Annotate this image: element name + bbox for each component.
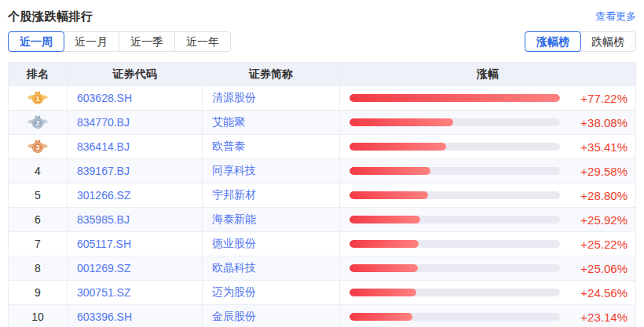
rank-number: 8: [35, 262, 41, 274]
rank-number: 6: [35, 213, 41, 226]
change-bar-fill: [349, 264, 418, 272]
table-row[interactable]: 3836414.BJ欧普泰+35.41%: [9, 135, 635, 159]
change-bar-fill: [349, 167, 430, 175]
change-value: +35.41%: [571, 140, 628, 154]
name-cell: 同享科技: [203, 159, 340, 183]
rank-cell: 7: [9, 232, 68, 256]
table-row[interactable]: 7605117.SH德业股份+25.22%: [9, 232, 635, 256]
tab-month[interactable]: 近一月: [64, 32, 119, 51]
period-tab-group: 近一周近一月近一季近一年: [8, 31, 231, 52]
svg-text:1: 1: [35, 95, 39, 103]
stock-name[interactable]: 海泰新能: [212, 213, 256, 227]
stock-code[interactable]: 300751.SZ: [77, 286, 131, 299]
rank-number: 9: [35, 286, 41, 299]
change-bar-track: [349, 191, 560, 199]
stock-code[interactable]: 839167.BJ: [77, 165, 130, 177]
change-bar-fill: [349, 191, 428, 199]
change-bar-track: [349, 118, 560, 126]
change-value: +38.08%: [571, 116, 628, 129]
table-row[interactable]: 4839167.BJ同享科技+29.58%: [9, 159, 635, 183]
rank-cell: 8: [9, 256, 68, 280]
rank-cell: 5: [9, 183, 68, 207]
tab-year[interactable]: 近一年: [174, 32, 230, 51]
change-cell: +25.92%: [340, 208, 635, 231]
stock-code[interactable]: 836414.BJ: [77, 140, 130, 153]
table-body: 1603628.SH清源股份+77.22%2834770.BJ艾能聚+38.08…: [9, 86, 635, 327]
change-bar-track: [349, 94, 560, 102]
change-bar-fill: [349, 240, 419, 248]
code-cell: 839167.BJ: [68, 159, 203, 183]
table-row[interactable]: 1603628.SH清源股份+77.22%: [9, 86, 635, 111]
change-value: +23.14%: [571, 311, 628, 324]
change-cell: +24.56%: [340, 281, 635, 304]
header-name: 证券简称: [203, 63, 340, 85]
change-value: +24.56%: [571, 286, 628, 300]
change-cell: +23.14%: [340, 305, 635, 327]
table-row[interactable]: 9300751.SZ迈为股份+24.56%: [9, 281, 635, 305]
stock-code[interactable]: 605117.SH: [77, 238, 131, 250]
rank-cell: 1: [9, 86, 68, 110]
stock-name[interactable]: 艾能聚: [212, 115, 245, 129]
code-cell: 836414.BJ: [68, 135, 203, 158]
stock-name[interactable]: 同享科技: [212, 164, 256, 178]
stock-code[interactable]: 603396.SH: [77, 311, 132, 323]
table-row[interactable]: 2834770.BJ艾能聚+38.08%: [9, 111, 635, 135]
code-cell: 835985.BJ: [68, 208, 203, 231]
table-row[interactable]: 6835985.BJ海泰新能+25.92%: [9, 208, 635, 232]
name-cell: 欧晶科技: [203, 256, 340, 280]
stock-name[interactable]: 清源股份: [212, 91, 256, 105]
stock-name[interactable]: 迈为股份: [212, 285, 256, 300]
change-bar-track: [349, 264, 560, 272]
rank-cell: 2: [9, 111, 68, 134]
change-bar-fill: [349, 313, 412, 321]
tab-quarter[interactable]: 近一季: [119, 32, 174, 51]
table-row[interactable]: 8001269.SZ欧晶科技+25.06%: [9, 256, 635, 281]
change-bar-fill: [349, 118, 453, 126]
change-bar-track: [349, 216, 560, 223]
change-value: +25.22%: [571, 238, 628, 251]
change-cell: +25.06%: [340, 256, 635, 280]
name-cell: 宇邦新材: [203, 183, 340, 207]
change-bar-fill: [349, 216, 420, 223]
stock-name[interactable]: 德业股份: [212, 237, 256, 251]
name-cell: 德业股份: [203, 232, 340, 256]
stock-code[interactable]: 834770.BJ: [77, 116, 130, 129]
view-more-link[interactable]: 查看更多: [595, 9, 636, 24]
change-cell: +29.58%: [340, 159, 635, 183]
header-code: 证券代码: [68, 63, 203, 85]
stock-name[interactable]: 宇邦新材: [212, 188, 256, 202]
board-toggle-group: 涨幅榜跌幅榜: [525, 31, 636, 52]
stock-code[interactable]: 001269.SZ: [77, 262, 131, 274]
code-cell: 001269.SZ: [68, 256, 203, 280]
change-cell: +25.22%: [340, 232, 635, 256]
stock-code[interactable]: 603628.SH: [77, 92, 132, 104]
table-header-row: 排名 证券代码 证券简称 涨幅: [9, 63, 635, 86]
change-value: +28.80%: [571, 189, 628, 202]
table-row[interactable]: 5301266.SZ宇邦新材+28.80%: [9, 183, 635, 208]
stock-code[interactable]: 301266.SZ: [77, 189, 131, 202]
change-bar-track: [349, 313, 560, 321]
rank-number: 7: [35, 238, 41, 250]
rank-number: 4: [35, 165, 41, 177]
rank-cell: 6: [9, 208, 68, 231]
stock-code[interactable]: 835985.BJ: [77, 213, 130, 226]
tab-week[interactable]: 近一周: [8, 31, 64, 52]
rank-number: 5: [35, 189, 41, 202]
name-cell: 清源股份: [203, 86, 340, 110]
stock-name[interactable]: 欧普泰: [212, 140, 245, 154]
toggle-losers[interactable]: 跌幅榜: [580, 32, 635, 51]
name-cell: 艾能聚: [203, 111, 340, 134]
change-bar-track: [349, 289, 560, 296]
stock-name[interactable]: 欧晶科技: [212, 261, 256, 275]
code-cell: 603396.SH: [68, 305, 203, 327]
change-cell: +38.08%: [340, 111, 635, 134]
change-cell: +35.41%: [340, 135, 635, 158]
silver-medal-icon: 2: [27, 114, 49, 130]
toggle-gainers[interactable]: 涨幅榜: [525, 31, 581, 52]
change-cell: +28.80%: [340, 183, 635, 207]
stock-name[interactable]: 金辰股份: [212, 310, 256, 324]
change-bar-track: [349, 167, 560, 175]
controls-row: 近一周近一月近一季近一年 涨幅榜跌幅榜: [8, 31, 636, 52]
name-cell: 海泰新能: [203, 208, 340, 231]
table-row[interactable]: 10603396.SH金辰股份+23.14%: [9, 305, 635, 327]
